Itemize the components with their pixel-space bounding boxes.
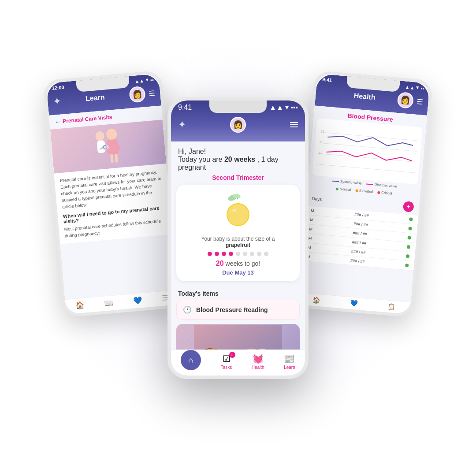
bp-readings-list: M ### / ## M ### / ## M ### / ## xyxy=(301,206,418,271)
svg-point-5 xyxy=(95,131,105,141)
center-battery-icon: ▪▪▪ xyxy=(290,104,298,112)
phone-left: 12:00 ▲▲ ▾ ▪▪ ✦ Learn 👩 ☰ xyxy=(43,70,182,317)
svg-rect-3 xyxy=(110,154,114,163)
progress-dots xyxy=(208,252,268,256)
dot-9 xyxy=(264,252,268,256)
svg-point-20 xyxy=(227,204,249,225)
nav-tasks-btn[interactable]: 3 ☑ Tasks xyxy=(221,353,232,370)
legend-normal: Normal xyxy=(335,186,351,192)
center-menu-icon[interactable] xyxy=(290,122,298,127)
nav-learn-btn[interactable]: 📰 Learn xyxy=(284,353,295,370)
bp-date-4: M xyxy=(308,236,312,241)
scene: 12:00 ▲▲ ▾ ▪▪ ✦ Learn 👩 ☰ xyxy=(40,40,436,436)
systolic-label: Systolic value xyxy=(340,179,362,185)
bp-chart: 10 10 10 xyxy=(312,118,422,184)
svg-rect-4 xyxy=(115,153,118,162)
center-time: 9:41 xyxy=(178,104,192,112)
signal-icon: ▲▲ xyxy=(134,78,145,84)
nav-item-learn-left[interactable]: 📖 xyxy=(104,298,114,308)
left-avatar[interactable]: 👩 xyxy=(129,86,146,103)
left-body: ← Prenatal Care Visits xyxy=(49,106,178,300)
status-dot-2 xyxy=(408,227,412,231)
learn-icon: 📰 xyxy=(284,353,295,364)
right-time: 9:41 xyxy=(322,77,332,83)
svg-rect-22 xyxy=(194,325,282,350)
pregnancy-info: Today you are 20 weeks , 1 day pregnant xyxy=(178,156,298,171)
center-body: Hi, Jane! Today you are 20 weeks , 1 day… xyxy=(171,141,305,350)
nav-item-health-left[interactable]: 💙 xyxy=(133,296,142,305)
critical-label: Critical xyxy=(381,191,392,196)
right-bottom-nav: 🏠 💙 📋 xyxy=(298,292,411,314)
diastolic-line xyxy=(366,183,373,185)
photo-card xyxy=(176,324,300,350)
bp-reading-2: ### / ## xyxy=(353,221,368,227)
right-page-title: Health xyxy=(353,92,376,101)
grapefruit-svg xyxy=(223,193,253,228)
center-logo-icon: ✦ xyxy=(178,119,186,130)
svg-text:10: 10 xyxy=(319,151,322,154)
right-body: Blood Pressure 10 10 10 xyxy=(298,106,428,315)
learn-label: Learn xyxy=(284,365,295,370)
home-button[interactable]: ⌂ xyxy=(181,350,201,370)
right-nav-health[interactable]: 💙 xyxy=(350,299,358,307)
svg-line-13 xyxy=(316,164,415,173)
bp-reading-5: ### / ## xyxy=(351,249,366,255)
add-reading-button[interactable]: + xyxy=(403,201,414,212)
bp-chart-svg: 10 10 10 xyxy=(316,122,419,181)
week-card: Your baby is about the size of a grapefr… xyxy=(176,185,300,281)
trimester-label: Second Trimester xyxy=(178,174,298,181)
status-dot-4 xyxy=(407,245,411,249)
right-battery-icon: ▪▪ xyxy=(420,86,424,91)
bp-date-2: M xyxy=(310,218,313,223)
svg-line-11 xyxy=(319,143,417,152)
dot-6 xyxy=(243,252,247,256)
health-label: Health xyxy=(252,365,264,370)
right-avatar[interactable]: 👩 xyxy=(397,92,414,109)
right-nav-tasks[interactable]: 📋 xyxy=(387,303,395,310)
systolic-line xyxy=(332,180,339,182)
bp-reading-4: ### / ## xyxy=(352,240,366,245)
status-dot-5 xyxy=(406,254,410,258)
nav-item-home-left[interactable]: 🏠 xyxy=(75,301,85,310)
weeks-to-go: 20 weeks to go! xyxy=(216,260,260,268)
bp-date-3: M xyxy=(309,227,312,232)
right-home-icon: 🏠 xyxy=(312,296,320,304)
bp-date-1: M xyxy=(311,208,314,213)
status-dot-6 xyxy=(405,264,409,268)
right-menu-icon[interactable]: ☰ xyxy=(416,97,424,106)
battery-icon: ▪▪ xyxy=(150,77,154,82)
due-date: Due May 13 xyxy=(222,269,254,276)
nav-home-btn[interactable]: ⌂ xyxy=(181,353,201,370)
back-arrow-icon[interactable]: ← xyxy=(55,118,61,126)
phone-right-screen: 9:41 ▲▲ ▾ ▪▪ Health 👩 ☰ xyxy=(298,74,430,314)
weeks-number: 20 xyxy=(216,260,224,267)
legend-critical: Critical xyxy=(377,190,392,196)
dot-4 xyxy=(229,252,233,256)
right-nav-home[interactable]: 🏠 xyxy=(312,296,320,304)
phone-right: 9:41 ▲▲ ▾ ▪▪ Health 👩 ☰ xyxy=(294,70,433,317)
days-label: Days xyxy=(312,196,322,201)
greeting-text: Hi, Jane! xyxy=(178,148,298,156)
center-status-icons: ▲▲ ▾ ▪▪▪ xyxy=(269,103,298,112)
right-health-icon: 💙 xyxy=(350,299,358,307)
article-para1: Prenatal care is essential for a healthy… xyxy=(60,168,164,210)
health-icon-left: 💙 xyxy=(133,296,142,305)
center-bottom-nav: ⌂ 3 ☑ Tasks 💓 Health 📰 Learn xyxy=(171,350,305,376)
weeks-suffix: weeks to go! xyxy=(226,260,260,267)
svg-text:10: 10 xyxy=(320,140,324,144)
right-wifi-icon: ▾ xyxy=(416,85,419,91)
bp-task-card[interactable]: 🕐 Blood Pressure Reading xyxy=(176,300,300,320)
status-dot-1 xyxy=(409,217,413,221)
dot-5 xyxy=(236,252,240,256)
left-menu-icon[interactable]: ☰ xyxy=(149,89,156,97)
fruit-illustration xyxy=(223,193,253,233)
todays-items-heading: Today's items xyxy=(171,285,305,300)
normal-label: Normal xyxy=(339,187,351,192)
nav-health-btn[interactable]: 💓 Health xyxy=(252,353,264,370)
center-avatar[interactable]: 👩 xyxy=(230,117,246,133)
left-page-title: Learn xyxy=(85,93,105,103)
hamburger-icon xyxy=(290,122,298,127)
home-icon: ⌂ xyxy=(188,355,193,365)
phone-left-screen: 12:00 ▲▲ ▾ ▪▪ ✦ Learn 👩 ☰ xyxy=(46,74,179,314)
breadcrumb-label: Prenatal Care Visits xyxy=(63,114,112,124)
